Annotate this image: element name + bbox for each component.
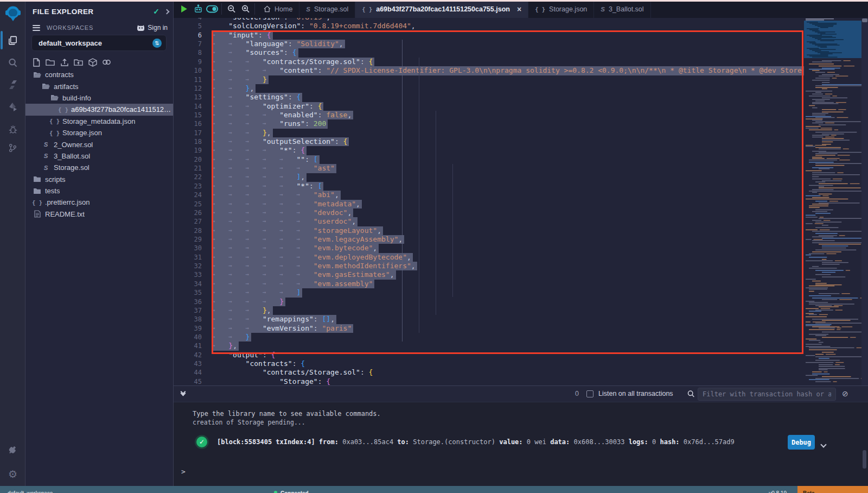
editor-tab[interactable]: { }Storage.json [528,0,594,18]
code-line: →→→→→→"evm.gasEstimates", [212,270,804,280]
remix-logo-icon[interactable] [0,4,25,23]
code-line: →→→→"*": { [212,146,804,155]
sign-in-button[interactable]: Sign in [137,24,168,31]
file-toolbar [31,58,111,67]
chevron-right-icon[interactable] [164,9,170,14]
hamburger-menu-icon[interactable] [33,23,40,32]
json-file-icon: { } [362,6,372,12]
line-number: 28 [174,226,202,236]
tree-item[interactable]: { }.prettierrc.json [25,197,173,208]
plugin-manager-icon[interactable] [0,441,25,459]
tree-item[interactable]: { }Storage_metadata.json [25,116,173,127]
code-line: →→→"optimizer": { [212,102,804,111]
tree-item[interactable]: tests [25,185,173,197]
new-folder-icon[interactable] [46,58,55,67]
tree-item[interactable]: scripts [25,174,173,185]
upload-folder-icon[interactable] [74,58,83,67]
editor-tab[interactable]: SStorage.sol [299,0,355,18]
code-line: →→→}, [212,129,804,138]
code-line: →→→→"runs": 200 [212,119,804,129]
listen-checkbox[interactable] [586,390,593,397]
close-tab-icon[interactable]: × [517,5,521,14]
expand-transaction-icon[interactable] [821,439,826,449]
settings-gear-icon[interactable]: ⚙ [0,465,25,483]
tree-item-label: Storage.json [62,129,102,137]
indent-guide [452,164,453,297]
line-number: 19 [174,146,202,155]
line-number: 45 [174,377,202,385]
terminal-scrollbar[interactable] [863,450,866,469]
transaction-count: 0 [575,390,579,397]
tree-item[interactable]: artifacts [25,80,173,92]
tree-item[interactable]: { }a69b43f277ba20fcac141151250ca7... [25,104,173,115]
tab-label: 3_Ballot.sol [609,5,644,13]
git-icon[interactable] [0,138,25,157]
line-number: 11 [174,75,202,85]
editor-tab[interactable]: Home [257,0,299,18]
editor-tab[interactable]: S3_Ballot.sol [594,0,650,18]
status-center[interactable]: Connected [280,490,309,493]
line-number: 29 [174,235,202,244]
transaction-row[interactable]: ✓ [block:5583405 txIndex:4] from: 0xa03.… [174,433,868,452]
search-icon[interactable] [0,53,25,72]
link-icon[interactable] [102,58,111,67]
robot-icon[interactable] [191,0,205,18]
line-number: 39 [174,324,202,333]
solidity-file-icon: S [601,6,605,12]
line-number: 8 [174,48,202,58]
debugger-icon[interactable] [0,120,25,138]
cube-icon[interactable] [88,58,97,67]
line-number: 34 [174,280,202,289]
tree-item[interactable]: contracts [25,69,173,80]
line-number: 12 [174,84,202,93]
play-icon[interactable] [177,0,191,18]
line-number: 21 [174,164,202,173]
editor-scrollbar[interactable] [861,18,868,385]
debug-button[interactable]: Debug [788,435,815,450]
workspace-switch-icon[interactable]: ⇅ [152,39,162,48]
code-line: →}, [212,342,804,351]
upload-file-icon[interactable] [60,58,69,67]
code-line: →→→→→→"abi", [212,191,804,200]
terminal-prompt[interactable]: > [181,467,186,476]
status-badge[interactable]: Beta [797,486,868,493]
zoom-in-icon[interactable] [238,0,252,18]
json-file-icon: { } [535,6,545,12]
tree-item[interactable]: build-info [25,92,173,104]
solidity-compiler-icon[interactable] [0,75,25,94]
new-file-icon[interactable] [31,58,41,67]
tree-item[interactable]: S2_Owner.sol [25,138,173,150]
json-file-icon: { } [50,118,59,124]
code-editor[interactable]: 4567891011121314151617181920212223242526… [174,18,868,385]
line-number: 30 [174,244,202,253]
zoom-out-icon[interactable] [224,0,238,18]
terminal: 0 Listen on all transactions ⊘ Type the … [174,385,868,486]
tree-item[interactable]: SStorage.sol [25,162,173,173]
tree-item-label: scripts [45,175,66,184]
file-icon [33,210,41,218]
tree-item-label: artifacts [54,83,79,91]
tree-item-label: Storage_metadata.json [62,117,135,125]
minimap[interactable] [804,18,861,385]
file-explorer-icon[interactable] [0,31,25,49]
status-right[interactable]: v0.8.19 [769,490,787,493]
code-line: →"input": { [212,31,804,40]
listen-label[interactable]: Listen on all transactions [598,390,673,397]
code-line: "solcLongVersion": "0.8.19+commit.7dd6d4… [212,22,804,31]
workspace-select[interactable]: default_workspace ⇅ [31,35,167,51]
transaction-filter-input[interactable] [698,388,836,401]
deploy-run-icon[interactable] [0,98,25,116]
folder-icon [33,176,41,182]
tree-item[interactable]: README.txt [25,208,173,220]
clear-console-icon[interactable]: ⊘ [842,389,848,398]
tree-item[interactable]: S3_Ballot.sol [25,150,173,162]
toggle-icon[interactable] [205,0,219,18]
line-number: 23 [174,182,202,191]
status-workspace[interactable]: default_workspace [8,490,53,493]
tree-item[interactable]: { }Storage.json [25,127,173,138]
expand-terminal-icon[interactable] [181,390,185,395]
editor-tab[interactable]: { }a69b43f277ba20fcac141151250ca755.json… [355,0,528,18]
activity-bar: ⚙ [0,0,25,486]
line-number: 17 [174,129,202,138]
scrollbar-thumb[interactable] [862,18,867,22]
